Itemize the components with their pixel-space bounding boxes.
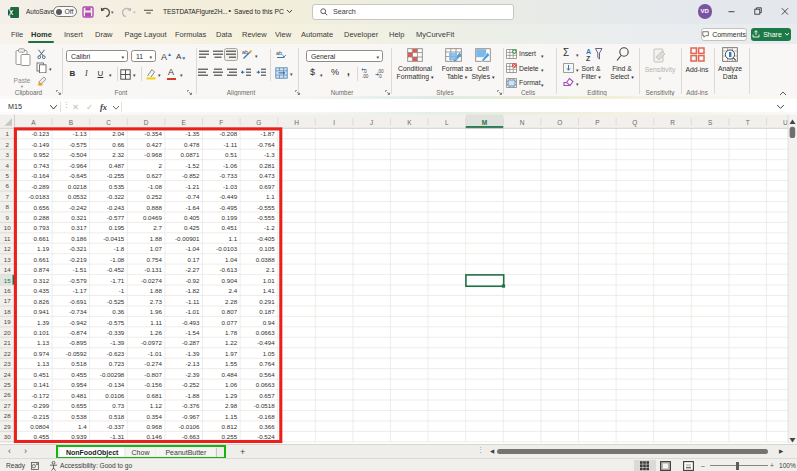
svg-text:-1.01: -1.01 [148,350,163,357]
svg-text:2.98: 2.98 [225,402,238,409]
svg-text:14: 14 [4,266,11,273]
svg-text:0.291: 0.291 [259,298,275,305]
svg-text:10: 10 [4,224,11,231]
svg-text:0.317: 0.317 [71,224,87,231]
svg-text:M: M [482,119,487,126]
svg-text:0.754: 0.754 [146,256,162,263]
svg-text:-0.92: -0.92 [185,277,200,284]
svg-text:0.888: 0.888 [146,204,162,211]
svg-text:0.0663: 0.0663 [256,329,275,336]
svg-text:2.73: 2.73 [150,298,163,305]
svg-text:-0.287: -0.287 [182,339,200,346]
svg-text:-0.942: -0.942 [69,319,87,326]
svg-text:0.105: 0.105 [259,245,275,252]
svg-text:-1.06: -1.06 [223,162,238,169]
svg-text:-0.242: -0.242 [69,204,87,211]
svg-text:-0.0972: -0.0972 [141,339,163,346]
svg-text:0.764: 0.764 [259,360,275,367]
svg-text:1.11: 1.11 [150,319,162,326]
svg-text:-0.274: -0.274 [144,360,162,367]
svg-text:-0.579: -0.579 [69,277,87,284]
svg-text:-1.04: -1.04 [185,245,200,252]
svg-text:0.435: 0.435 [34,287,50,294]
svg-text:17: 17 [4,297,11,304]
svg-text:0.481: 0.481 [71,392,87,399]
svg-text:J: J [370,119,373,126]
svg-text:-0.0415: -0.0415 [103,235,125,242]
svg-text:-0.575: -0.575 [107,319,125,326]
svg-text:-2.27: -2.27 [185,266,200,273]
svg-text:0.252: 0.252 [146,193,162,200]
svg-text:1.05: 1.05 [263,350,276,357]
svg-text:0.478: 0.478 [184,141,200,148]
svg-text:25: 25 [4,381,11,388]
svg-text:6: 6 [5,182,9,189]
svg-text:-0.0518: -0.0518 [254,402,276,409]
svg-text:0.366: 0.366 [259,423,275,430]
svg-text:1.88: 1.88 [150,235,163,242]
svg-text:-0.575: -0.575 [69,141,87,148]
svg-text:0.793: 0.793 [34,224,50,231]
svg-text:-0.449: -0.449 [220,193,238,200]
svg-text:4: 4 [5,162,9,169]
svg-text:0.312: 0.312 [34,277,50,284]
svg-text:-0.252: -0.252 [182,381,200,388]
svg-text:1.19: 1.19 [37,245,50,252]
svg-text:-1.08: -1.08 [110,256,125,263]
svg-text:-0.691: -0.691 [69,298,87,305]
svg-text:-0.504: -0.504 [69,151,87,158]
svg-text:0.354: 0.354 [146,413,162,420]
svg-text:-0.00901: -0.00901 [175,235,200,242]
svg-text:1.1: 1.1 [266,193,275,200]
svg-text:2.1: 2.1 [266,266,275,273]
svg-text:-0.321: -0.321 [69,245,87,252]
svg-text:0.743: 0.743 [34,162,50,169]
svg-text:0.0804: 0.0804 [30,423,49,430]
svg-text:0.904: 0.904 [222,277,238,284]
svg-text:-0.494: -0.494 [257,339,275,346]
svg-text:1.96: 1.96 [150,308,163,315]
svg-text:0.954: 0.954 [71,381,87,388]
svg-text:-0.123: -0.123 [32,130,50,137]
svg-text:30: 30 [4,433,11,440]
svg-text:12: 12 [4,245,11,252]
svg-text:-0.134: -0.134 [107,381,125,388]
svg-text:1.04: 1.04 [225,256,238,263]
svg-text:3: 3 [5,151,9,158]
svg-text:0.0663: 0.0663 [256,381,275,388]
svg-text:0.661: 0.661 [34,235,50,242]
svg-text:0.0871: 0.0871 [181,151,200,158]
svg-text:-0.00298: -0.00298 [100,371,125,378]
svg-text:0.425: 0.425 [184,224,200,231]
svg-text:0.874: 0.874 [34,266,50,273]
svg-text:0.657: 0.657 [259,392,275,399]
svg-text:-1.64: -1.64 [185,204,200,211]
svg-text:0.484: 0.484 [222,371,238,378]
svg-text:-1.52: -1.52 [185,162,200,169]
svg-text:P: P [595,119,599,126]
svg-text:-0.555: -0.555 [257,214,275,221]
svg-text:1.4: 1.4 [78,423,87,430]
svg-text:-0.339: -0.339 [107,329,125,336]
svg-text:F: F [219,119,223,126]
svg-text:-0.645: -0.645 [69,172,87,179]
svg-text:0.627: 0.627 [146,172,162,179]
svg-text:0.941: 0.941 [34,308,50,315]
svg-text:0.187: 0.187 [259,308,275,315]
svg-text:2.7: 2.7 [153,224,162,231]
svg-text:0.0388: 0.0388 [256,256,275,263]
svg-text:B: B [69,119,73,126]
svg-text:-0.243: -0.243 [107,204,125,211]
svg-text:0.077: 0.077 [222,319,238,326]
svg-text:0.0469: 0.0469 [143,214,162,221]
svg-text:0.952: 0.952 [34,151,50,158]
svg-text:H: H [294,119,299,126]
svg-text:-0.0592: -0.0592 [66,350,88,357]
svg-text:-0.874: -0.874 [69,329,87,336]
svg-text:1.78: 1.78 [225,329,238,336]
svg-text:-0.968: -0.968 [144,151,162,158]
svg-text:-1.21: -1.21 [185,183,200,190]
svg-text:-0.0183: -0.0183 [28,193,50,200]
svg-text:-1.51: -1.51 [73,266,88,273]
svg-text:-0.156: -0.156 [144,381,162,388]
